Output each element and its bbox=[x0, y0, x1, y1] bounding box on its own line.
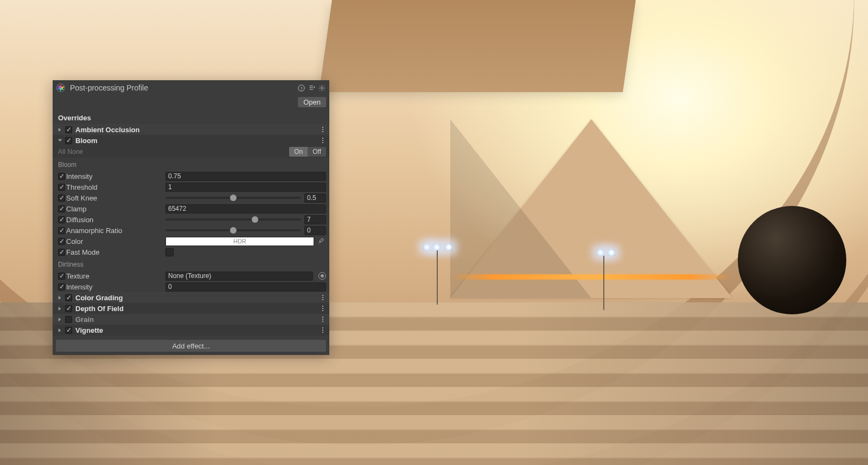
svg-text:?: ? bbox=[300, 86, 303, 91]
chevron-right-icon[interactable] bbox=[57, 295, 63, 301]
override-bloom[interactable]: Bloom bbox=[53, 135, 329, 146]
prop-checkbox[interactable] bbox=[58, 205, 65, 212]
dirt-intensity-field[interactable] bbox=[165, 282, 326, 292]
slider-thumb[interactable] bbox=[230, 227, 237, 234]
floodlight-icon bbox=[445, 244, 452, 250]
toggle-on[interactable]: On bbox=[289, 147, 308, 157]
kebab-icon[interactable] bbox=[320, 294, 326, 301]
prop-checkbox[interactable] bbox=[58, 283, 65, 290]
prop-color: Color HDR bbox=[53, 236, 329, 247]
prop-checkbox[interactable] bbox=[58, 216, 65, 223]
none-button[interactable]: None bbox=[67, 148, 83, 156]
chevron-right-icon[interactable] bbox=[57, 317, 63, 322]
panel-title: Post-processing Profile bbox=[70, 83, 295, 92]
sphere bbox=[738, 206, 846, 314]
chevron-right-icon[interactable] bbox=[57, 327, 63, 333]
aperture-icon bbox=[56, 83, 66, 93]
prop-anamorphic-ratio: Anamorphic Ratio bbox=[53, 225, 329, 236]
gear-icon[interactable] bbox=[317, 83, 326, 92]
help-icon[interactable]: ? bbox=[297, 83, 305, 92]
slider-thumb[interactable] bbox=[230, 195, 237, 201]
hdr-badge: HDR bbox=[233, 238, 246, 244]
object-picker-icon[interactable] bbox=[318, 272, 326, 280]
texture-field[interactable]: None (Texture) bbox=[165, 272, 313, 281]
prop-checkbox[interactable] bbox=[58, 195, 65, 202]
tripod bbox=[437, 250, 438, 305]
prop-label-text: Diffusion bbox=[66, 216, 93, 224]
override-checkbox[interactable] bbox=[65, 126, 72, 133]
bloom-section-title: Bloom bbox=[53, 158, 329, 171]
pyramid-shade bbox=[450, 119, 591, 298]
all-button[interactable]: All bbox=[58, 148, 65, 156]
floodlight-icon bbox=[608, 249, 615, 256]
kebab-icon[interactable] bbox=[320, 305, 326, 312]
inspector-panel: Post-processing Profile ? Open Overrides… bbox=[53, 80, 329, 355]
override-checkbox[interactable] bbox=[65, 327, 72, 334]
kebab-icon[interactable] bbox=[320, 126, 326, 133]
soft-knee-slider[interactable] bbox=[165, 197, 301, 199]
override-grain[interactable]: Grain bbox=[53, 314, 329, 325]
override-label: Color Grading bbox=[75, 294, 320, 302]
prop-texture: Texture None (Texture) bbox=[53, 270, 329, 281]
prop-checkbox[interactable] bbox=[58, 227, 65, 234]
floodlight-icon bbox=[433, 244, 441, 250]
chevron-right-icon[interactable] bbox=[57, 127, 63, 133]
intensity-field[interactable] bbox=[165, 172, 326, 181]
chevron-right-icon[interactable] bbox=[57, 306, 63, 312]
kebab-icon[interactable] bbox=[320, 326, 326, 334]
dirtiness-section-title: Dirtiness bbox=[53, 257, 329, 270]
prop-label-text: Threshold bbox=[66, 183, 98, 191]
floodlight-icon bbox=[597, 249, 604, 256]
open-button[interactable]: Open bbox=[298, 97, 326, 107]
prop-label-text: Intensity bbox=[66, 283, 92, 291]
override-depth-of-field[interactable]: Depth Of Field bbox=[53, 303, 329, 314]
ceiling-block bbox=[319, 0, 636, 92]
preset-icon[interactable] bbox=[307, 83, 316, 92]
prop-label-text: Fast Mode bbox=[66, 248, 99, 256]
override-checkbox[interactable] bbox=[65, 137, 72, 144]
prop-clamp: Clamp bbox=[53, 203, 329, 214]
override-label: Bloom bbox=[75, 137, 320, 145]
override-ambient-occlusion[interactable]: Ambient Occlusion bbox=[53, 124, 329, 135]
prop-label-text: Intensity bbox=[66, 172, 92, 180]
prop-checkbox[interactable] bbox=[58, 173, 65, 180]
eyedropper-icon[interactable] bbox=[317, 238, 326, 245]
kebab-icon[interactable] bbox=[320, 137, 326, 144]
kebab-icon[interactable] bbox=[320, 315, 326, 323]
prop-checkbox[interactable] bbox=[58, 184, 65, 191]
add-effect-button[interactable]: Add effect... bbox=[56, 340, 326, 352]
texture-value: None (Texture) bbox=[168, 272, 211, 280]
prop-checkbox[interactable] bbox=[58, 238, 65, 245]
panel-header: Post-processing Profile ? bbox=[53, 80, 329, 95]
override-label: Ambient Occlusion bbox=[75, 126, 320, 134]
override-color-grading[interactable]: Color Grading bbox=[53, 292, 329, 303]
overrides-title: Overrides bbox=[53, 111, 329, 124]
anamorphic-field[interactable] bbox=[304, 226, 326, 235]
fast-mode-checkbox[interactable] bbox=[165, 248, 174, 256]
soft-knee-field[interactable] bbox=[304, 193, 326, 203]
tripod bbox=[603, 256, 604, 310]
override-checkbox[interactable] bbox=[65, 316, 72, 323]
override-checkbox[interactable] bbox=[65, 305, 72, 312]
prop-threshold: Threshold bbox=[53, 182, 329, 192]
prop-checkbox[interactable] bbox=[58, 273, 65, 280]
override-label: Grain bbox=[75, 315, 320, 324]
color-field[interactable]: HDR bbox=[165, 237, 314, 246]
slider-thumb[interactable] bbox=[252, 216, 258, 223]
threshold-field[interactable] bbox=[165, 183, 326, 192]
prop-label-text: Texture bbox=[66, 272, 90, 280]
override-vignette[interactable]: Vignette bbox=[53, 325, 329, 335]
diffusion-field[interactable] bbox=[304, 215, 326, 224]
prop-soft-knee: Soft Knee bbox=[53, 192, 329, 203]
prop-label-text: Color bbox=[66, 237, 83, 246]
prop-label-text: Soft Knee bbox=[66, 194, 97, 202]
clamp-field[interactable] bbox=[165, 204, 326, 214]
on-off-toggle: On Off bbox=[289, 147, 326, 157]
chevron-down-icon[interactable] bbox=[57, 138, 63, 144]
prop-intensity: Intensity bbox=[53, 171, 329, 182]
toggle-off[interactable]: Off bbox=[308, 147, 326, 157]
diffusion-slider[interactable] bbox=[165, 218, 301, 221]
override-checkbox[interactable] bbox=[65, 294, 72, 301]
anamorphic-slider[interactable] bbox=[165, 229, 301, 231]
prop-checkbox[interactable] bbox=[58, 249, 65, 256]
